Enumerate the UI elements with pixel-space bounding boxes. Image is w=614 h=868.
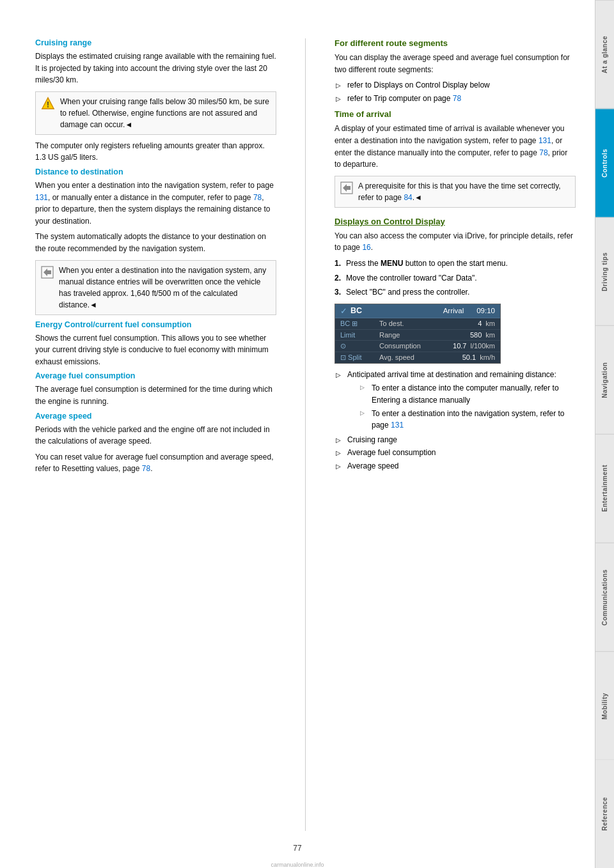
right-column: For different route segments You can dis… — [328, 38, 576, 831]
section-displays-control: Displays on Control Display You can also… — [335, 217, 576, 472]
section-time-of-arrival: Time of arrival A display of your estima… — [335, 109, 576, 207]
distance-note: When you enter a destination into the na… — [35, 260, 276, 315]
warning-text: When your cruising range falls below 30 … — [60, 96, 271, 130]
bullet-avg-fuel-2: Average fuel consumption — [335, 447, 576, 459]
step-3-text: Select "BC" and press the controller. — [346, 286, 469, 298]
heading-avg-fuel: Average fuel consumption — [35, 371, 276, 380]
section-distance-to-destination: Distance to destination When you enter a… — [35, 167, 276, 315]
sidebar-tab-at-a-glance[interactable]: At a glance — [595, 0, 614, 109]
section-energy-control: Energy Control/current fuel consumption … — [35, 320, 276, 368]
screen-arrival-value: 09:10 — [476, 307, 495, 314]
time-arrival-note: A prerequisite for this is that you have… — [335, 176, 576, 208]
distance-note-text: When you enter a destination into the na… — [59, 265, 271, 311]
screen-check-icon: ✓ — [340, 306, 347, 316]
link-78-1[interactable]: 78 — [253, 193, 262, 202]
bullet-cruising-range: Cruising range — [335, 434, 576, 446]
screen-range-value: 580 — [470, 331, 482, 339]
heading-energy: Energy Control/current fuel consumption — [35, 320, 276, 329]
screen-consumption-value: 10.7 — [453, 342, 466, 350]
link-131-1[interactable]: 131 — [35, 193, 48, 202]
heading-avg-speed: Average speed — [35, 412, 276, 421]
page-container: Cruising range Displays the estimated cr… — [0, 0, 614, 868]
screen-bc-label: BC — [350, 306, 362, 315]
screen-bc-icon: BC ⊞ — [340, 320, 375, 328]
link-78-2[interactable]: 78 — [142, 464, 150, 473]
menu-bold: MENU — [381, 259, 403, 268]
step-2: 2. Move the controller toward "Car Data"… — [335, 272, 576, 284]
link-84[interactable]: 84 — [404, 193, 412, 202]
heading-distance: Distance to destination — [35, 167, 276, 176]
sidebar-tab-communications[interactable]: Communications — [595, 543, 614, 651]
step-2-text: Move the controller toward "Car Data". — [346, 272, 477, 284]
display-screen-container: ✓ BC Arrival 09:10 BC ⊞ To dest. 4 km — [335, 304, 501, 364]
heading-cruising-range: Cruising range — [35, 38, 276, 47]
step-3: 3. Select "BC" and press the controller. — [335, 286, 576, 298]
screen-limit-row: Limit Range 580 km — [335, 330, 500, 341]
svg-text:!: ! — [47, 100, 49, 109]
cruising-range-para1: Displays the estimated cruising range av… — [35, 50, 276, 86]
sidebar-tab-entertainment[interactable]: Entertainment — [595, 434, 614, 543]
screen-bc-header: ✓ BC Arrival 09:10 — [335, 304, 500, 318]
screen-split-label: ⊡ Split — [340, 353, 375, 362]
screen-to-dest-unit: km — [485, 320, 495, 327]
link-131-2[interactable]: 131 — [539, 136, 551, 145]
distance-para2: The system automatically adopts the dist… — [35, 231, 276, 254]
avg-speed-para2: You can reset value for average fuel con… — [35, 451, 276, 475]
cruising-range-warning: ! When your cruising range falls below 3… — [35, 91, 276, 135]
car-display-screen: ✓ BC Arrival 09:10 BC ⊞ To dest. 4 km — [335, 304, 501, 364]
route-seg-bullets: refer to Displays on Control Display bel… — [335, 79, 576, 104]
section-avg-fuel: Average fuel consumption The average fue… — [35, 371, 276, 407]
section-route-segments: For different route segments You can dis… — [335, 38, 576, 104]
bullet-trip-computer: refer to Trip computer on page 78 — [335, 93, 576, 105]
step-2-num: 2. — [335, 272, 346, 284]
top-header — [0, 0, 595, 38]
heading-time-arrival: Time of arrival — [335, 109, 576, 119]
distance-para1: When you enter a destination into the na… — [35, 180, 276, 227]
link-16[interactable]: 16 — [362, 243, 370, 252]
displays-control-para1: You can also access the computer via iDr… — [335, 230, 576, 254]
page-body: Cruising range Displays the estimated cr… — [0, 0, 595, 868]
screen-consumption-label: Consumption — [375, 342, 453, 350]
step-1: 1. Press the MENU button to open the sta… — [335, 258, 576, 270]
page-number: 77 — [293, 844, 301, 853]
sub-bullet-enter-destination: To enter a destination into the navigati… — [359, 408, 576, 431]
section-cruising-range: Cruising range Displays the estimated cr… — [35, 38, 276, 164]
link-78-3[interactable]: 78 — [453, 94, 461, 103]
bullet-displays-control: refer to Displays on Control Display bel… — [335, 79, 576, 91]
svg-marker-5 — [343, 184, 350, 192]
screen-split-row: ⊡ Split Avg. speed 50.1 km/h — [335, 352, 500, 363]
screen-range-label: Range — [375, 331, 470, 339]
note-arrow-icon-2 — [340, 182, 353, 194]
sidebar-navigation: At a glance Controls Driving tips Naviga… — [595, 0, 614, 868]
time-arrival-para1: A display of your estimated time of arri… — [335, 123, 576, 170]
warning-triangle-icon: ! — [41, 97, 55, 111]
link-131-3[interactable]: 131 — [391, 421, 404, 430]
link-78-4[interactable]: 78 — [539, 148, 547, 157]
screen-clock-icon: ⊙ — [340, 342, 375, 350]
screen-to-dest-value: 4 — [478, 320, 482, 327]
screen-to-dest-label: To dest. — [375, 320, 478, 327]
step-3-num: 3. — [335, 286, 346, 298]
route-seg-para1: You can display the average speed and av… — [335, 52, 576, 75]
screen-bc-row: BC ⊞ To dest. 4 km — [335, 318, 500, 330]
sub-bullets-arrival: To enter a distance into the computer ma… — [359, 382, 576, 431]
note-arrow-icon — [41, 266, 54, 279]
heading-route-segments: For different route segments — [335, 38, 576, 48]
displays-control-steps: 1. Press the MENU button to open the sta… — [335, 258, 576, 298]
sidebar-tab-reference[interactable]: Reference — [595, 759, 614, 868]
screen-avg-speed-unit: km/h — [480, 353, 495, 361]
time-arrival-note-text: A prerequisite for this is that you have… — [358, 180, 570, 203]
section-avg-speed: Average speed Periods with the vehicle p… — [35, 412, 276, 475]
sidebar-tab-navigation[interactable]: Navigation — [595, 325, 614, 434]
post-screen-bullets: Anticipated arrival time at destination … — [335, 369, 576, 472]
sidebar-tab-mobility[interactable]: Mobility — [595, 651, 614, 760]
avg-fuel-para1: The average fuel consumption is determin… — [35, 384, 276, 407]
two-col-layout: Cruising range Displays the estimated cr… — [0, 38, 595, 831]
avg-speed-para1: Periods with the vehicle parked and the … — [35, 424, 276, 447]
screen-avg-speed-value: 50.1 — [462, 353, 476, 361]
left-column: Cruising range Displays the estimated cr… — [35, 38, 283, 831]
sidebar-tab-controls[interactable]: Controls — [595, 109, 614, 217]
screen-arrival-label: Arrival — [443, 307, 464, 314]
sub-bullet-enter-distance: To enter a distance into the computer ma… — [359, 382, 576, 406]
sidebar-tab-driving-tips[interactable]: Driving tips — [595, 217, 614, 326]
